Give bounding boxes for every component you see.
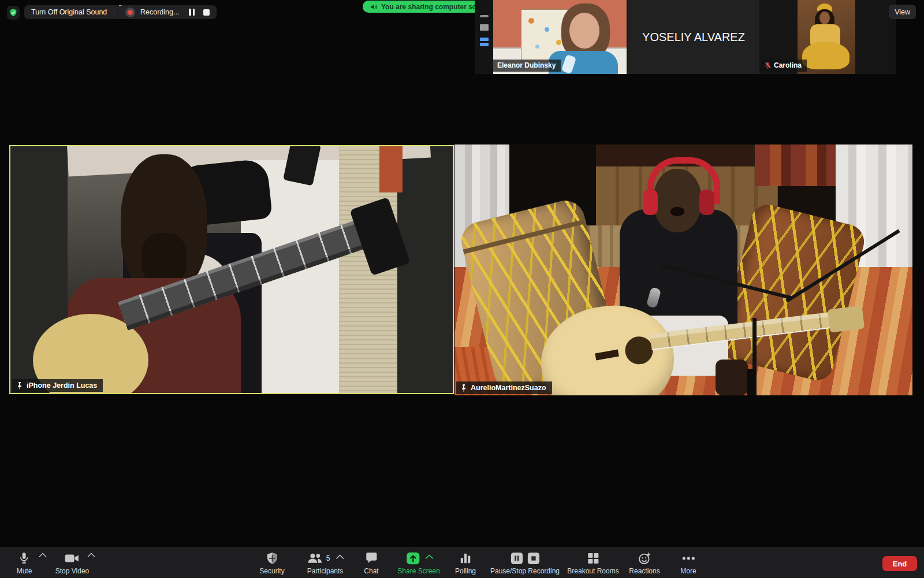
share-screen-button[interactable]: Share Screen [397, 551, 439, 575]
person-beard [141, 233, 187, 285]
end-meeting-button[interactable]: End [882, 556, 917, 571]
security-shield-button[interactable] [7, 6, 20, 20]
participants-chevron[interactable] [336, 554, 344, 562]
sound-share-banner: You are sharing computer sound [363, 1, 483, 13]
thumbnail-eleanor[interactable]: Eleanor Dubinsky [493, 0, 627, 74]
mic-off-icon [765, 62, 771, 69]
skirt [802, 42, 850, 69]
tile-name-label: iPhone Jerdin Lucas [12, 379, 103, 392]
stop-icon[interactable] [527, 552, 539, 565]
video-jerdin-scene [68, 146, 397, 393]
reactions-icon [638, 552, 651, 565]
tile-name-label: AurelioMartinezSuazo [456, 381, 552, 394]
participants-icon [308, 553, 323, 564]
more-button[interactable]: More [680, 551, 696, 575]
face [819, 12, 830, 24]
original-sound-label: Turn Off Original Sound [31, 8, 107, 16]
view-button[interactable]: View [889, 5, 916, 19]
meeting-toolbar: Mute Stop Video Security 5 Partic [0, 547, 924, 578]
video-aurelio-scene [454, 144, 912, 395]
record-dot-icon [125, 8, 135, 17]
speaker-icon [370, 3, 378, 11]
pin-icon [460, 384, 467, 392]
thumb-gallery-icon[interactable] [480, 38, 489, 46]
stop-recording-button[interactable] [203, 9, 210, 16]
pause-recording-button[interactable] [189, 9, 195, 16]
mic-stand-clutch [747, 369, 755, 395]
polling-button[interactable]: Polling [455, 551, 476, 575]
polling-icon [460, 553, 471, 564]
thumbnail-name-text: YOSELIY ALVAREZ [642, 31, 745, 44]
thumbnail-carolina[interactable]: Carolina [761, 0, 892, 74]
recording-label: Recording... [140, 8, 179, 16]
thumbnail-name-label: Eleanor Dubinsky [493, 60, 561, 72]
chat-icon [365, 553, 378, 564]
share-banner-text: You are sharing computer sound [381, 3, 483, 11]
orange-poster [379, 146, 403, 192]
thumbnail-strip: Eleanor Dubinsky YOSELIY ALVAREZ Carolin… [475, 0, 896, 74]
camera-icon [65, 553, 80, 564]
chat-button[interactable]: Chat [364, 551, 378, 575]
breakout-rooms-button[interactable]: Breakout Rooms [567, 551, 619, 575]
strip-view-modes [475, 0, 493, 74]
reactions-button[interactable]: Reactions [629, 551, 660, 575]
tapestry-red [755, 144, 836, 186]
participants-count: 5 [326, 554, 330, 562]
guitar-headstock [828, 305, 865, 332]
open-mouth [670, 207, 684, 216]
more-icon [681, 556, 695, 561]
share-options-chevron[interactable] [425, 554, 433, 562]
thumb-bar-icon[interactable] [480, 15, 489, 17]
zoom-meeting-window: Turn Off Original Sound Recording... You… [0, 0, 924, 578]
stop-video-button[interactable]: Stop Video [55, 551, 90, 575]
security-button[interactable]: Security [259, 551, 284, 575]
headphone-cup-right [699, 190, 714, 215]
thumb-speaker-icon[interactable] [480, 24, 489, 31]
headphone-cup-left [643, 190, 658, 215]
security-shield-icon [266, 552, 278, 565]
original-sound-button[interactable]: Turn Off Original Sound [24, 5, 128, 19]
pin-icon [16, 381, 23, 390]
thumbnail-yoseliy[interactable]: YOSELIY ALVAREZ [628, 0, 759, 74]
pause-stop-recording-button[interactable]: Pause/Stop Recording [490, 551, 560, 575]
video-tile-aurelio[interactable]: AurelioMartinezSuazo [454, 144, 912, 395]
share-screen-icon [405, 551, 420, 565]
pause-icon[interactable] [510, 552, 523, 565]
thumbnail-name-label: Carolina [761, 60, 807, 72]
person-face [569, 13, 599, 49]
leg-right [716, 360, 748, 395]
participants-button[interactable]: 5 Participants [307, 551, 344, 575]
mic-icon [18, 551, 30, 565]
shield-check-icon [9, 8, 18, 17]
recording-indicator: Recording... [118, 5, 217, 19]
mute-button[interactable]: Mute [17, 551, 32, 575]
breakout-rooms-icon [587, 553, 599, 564]
mute-options-chevron[interactable] [39, 553, 47, 561]
video-tile-jerdin[interactable]: iPhone Jerdin Lucas [9, 145, 454, 394]
